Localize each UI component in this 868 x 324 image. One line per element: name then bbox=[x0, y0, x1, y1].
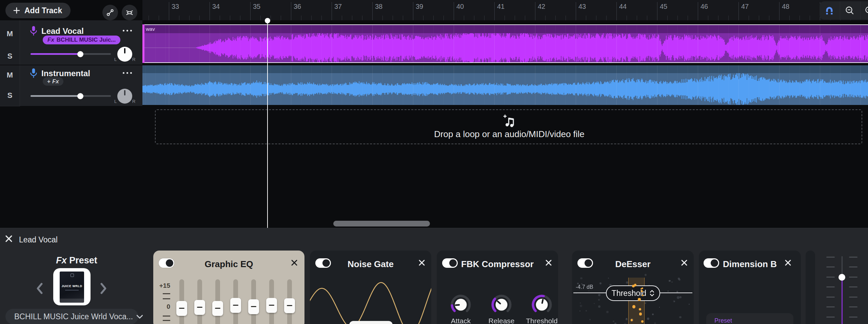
file-dropzone[interactable]: Drop a loop or an audio/MIDI/video file bbox=[155, 109, 862, 144]
eq-band-handle[interactable] bbox=[194, 300, 205, 315]
ruler-beat-tick bbox=[403, 16, 403, 20]
sibilance-dot bbox=[632, 305, 635, 308]
artwork-logo-mark bbox=[71, 274, 74, 277]
track1-menu-button[interactable] bbox=[123, 30, 132, 31]
ruler-beat-tick bbox=[393, 16, 393, 20]
knob-threshold[interactable] bbox=[531, 294, 553, 316]
ruler-measure-number: 33 bbox=[172, 3, 179, 10]
spectrum-dot bbox=[654, 322, 656, 324]
deesser-title: DeEsser bbox=[572, 259, 694, 269]
panel-title: Lead Vocal bbox=[19, 235, 58, 244]
track1-pan-knob[interactable] bbox=[117, 47, 132, 62]
zoom-in-button[interactable] bbox=[864, 5, 868, 17]
effect-card-deesser: DeEsser -4.7 dB Threshold bbox=[572, 251, 694, 324]
preset-dropdown[interactable]: BCHILL MUSIC Juice Wrld Voca... bbox=[5, 309, 138, 324]
playhead-line[interactable] bbox=[267, 23, 268, 228]
updown-chevron-icon bbox=[650, 290, 654, 297]
zoom-out-button[interactable] bbox=[844, 5, 856, 17]
eq-band-handle[interactable] bbox=[230, 298, 241, 313]
ruler-beat-tick bbox=[179, 16, 179, 20]
snap-magnet-button[interactable] bbox=[824, 5, 836, 17]
panel-close-button[interactable] bbox=[5, 235, 14, 243]
track1-mute-button[interactable]: M bbox=[0, 20, 20, 48]
track2-solo-button[interactable]: S bbox=[0, 85, 20, 106]
ruler-measure-number: 45 bbox=[660, 3, 667, 10]
add-track-button[interactable]: Add Track bbox=[5, 3, 71, 18]
track1-pan-right-label: R bbox=[132, 57, 135, 62]
add-fx-prefix: + bbox=[47, 78, 51, 85]
track2-fx-badge[interactable]: + Fx bbox=[43, 77, 63, 86]
dimension-b-close-button[interactable] bbox=[785, 259, 792, 267]
artwork-subline bbox=[65, 290, 79, 290]
ruler-measure-line bbox=[698, 2, 698, 20]
ruler-beat-tick bbox=[596, 16, 596, 20]
lead-vocal-clip[interactable]: wav bbox=[142, 24, 868, 63]
sibilance-dot bbox=[642, 287, 643, 289]
ruler-beat-tick bbox=[637, 16, 637, 20]
horizontal-scrollbar[interactable] bbox=[333, 221, 430, 226]
graphic-eq-close-button[interactable] bbox=[291, 259, 298, 267]
ruler-beat-tick bbox=[484, 16, 485, 20]
eq-band-handle[interactable] bbox=[284, 298, 295, 313]
playhead-handle[interactable] bbox=[265, 18, 270, 23]
fader-tick bbox=[826, 317, 835, 318]
ruler-beat-tick bbox=[555, 16, 556, 20]
ruler-beat-tick bbox=[149, 16, 149, 20]
ruler-measure-number: 37 bbox=[334, 3, 342, 10]
close-icon bbox=[785, 261, 791, 267]
track1-volume-thumb[interactable] bbox=[77, 51, 83, 57]
fader-tick bbox=[849, 277, 857, 278]
fx-heading-text: Preset bbox=[69, 255, 97, 265]
eq-band-handle[interactable] bbox=[266, 298, 277, 313]
track2-mute-button[interactable]: M bbox=[0, 65, 20, 85]
eq-band-handle[interactable] bbox=[248, 299, 259, 314]
ruler-measure-line bbox=[210, 2, 210, 20]
timeline-ruler[interactable]: 33343536373839404142434445464748 bbox=[142, 0, 868, 20]
ruler-beat-tick bbox=[352, 16, 352, 20]
knob-attack[interactable] bbox=[450, 294, 472, 316]
ruler-beat-tick bbox=[545, 16, 546, 20]
spectrum-dot bbox=[671, 281, 673, 283]
ruler-beat-tick bbox=[220, 16, 220, 20]
track1-fx-badge[interactable]: Fx BCHILL MUSIC Juic... bbox=[43, 36, 120, 44]
preset-prev-button[interactable] bbox=[35, 282, 45, 296]
track2-menu-button[interactable] bbox=[123, 72, 132, 74]
sibilance-dot bbox=[641, 320, 644, 323]
close-icon bbox=[545, 261, 552, 267]
ruler-beat-tick bbox=[505, 16, 505, 20]
fader-thumb[interactable] bbox=[839, 274, 845, 281]
instrumental-clip[interactable] bbox=[142, 65, 868, 105]
deesser-threshold-selector[interactable]: Threshold bbox=[606, 285, 660, 301]
ruler-measure-line bbox=[779, 2, 780, 20]
ruler-measure-number: 43 bbox=[578, 3, 586, 10]
effect-card-graphic-eq: Graphic EQ +15 0 bbox=[153, 251, 304, 324]
ruler-beat-tick bbox=[260, 16, 261, 20]
knob-release[interactable] bbox=[491, 294, 512, 316]
track1-solo-button[interactable]: S bbox=[0, 47, 20, 65]
preset-artwork-button[interactable]: JUICE WRLD bbox=[53, 268, 91, 305]
eq-band-handle[interactable] bbox=[212, 301, 223, 316]
gate-threshold-pill[interactable] bbox=[349, 321, 393, 324]
clip-left-edge[interactable] bbox=[142, 24, 144, 63]
deesser-close-button[interactable] bbox=[681, 259, 688, 267]
fader-tick bbox=[849, 266, 857, 267]
noise-gate-close-button[interactable] bbox=[418, 259, 426, 267]
eq-band-handle[interactable] bbox=[176, 301, 187, 316]
group-divider bbox=[840, 1, 840, 20]
chevron-right-icon bbox=[99, 290, 108, 296]
ruler-beat-tick bbox=[362, 16, 362, 20]
ruler-beat-tick bbox=[688, 16, 688, 20]
add-music-note-icon bbox=[502, 114, 516, 129]
stretch-tool-button[interactable] bbox=[122, 5, 137, 20]
track2-pan-knob[interactable] bbox=[117, 89, 132, 104]
dimension-b-preset-box[interactable]: Preset bbox=[706, 313, 793, 324]
track2-pan-left-label: L bbox=[114, 99, 117, 104]
fx-badge-text: BCHILL MUSIC Juic... bbox=[57, 37, 116, 43]
track2-volume-thumb[interactable] bbox=[77, 93, 83, 99]
preset-next-button[interactable] bbox=[99, 282, 109, 296]
automation-tool-button[interactable] bbox=[102, 5, 118, 20]
chevron-down-icon bbox=[136, 315, 143, 319]
ruler-beat-tick bbox=[525, 16, 525, 20]
compressor-close-button[interactable] bbox=[545, 259, 553, 267]
close-icon bbox=[5, 238, 13, 244]
